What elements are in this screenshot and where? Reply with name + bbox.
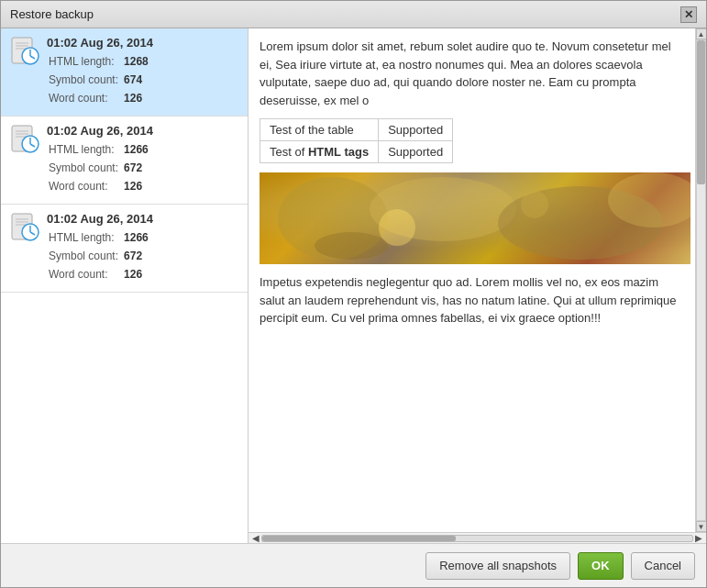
footer: Remove all snapshots OK Cancel: [1, 543, 706, 587]
restore-backup-dialog: Restore backup ✕ 01:02 Aug 26, 2014HTML …: [0, 0, 707, 588]
clock-icon: [10, 212, 39, 241]
meta-label: Symbol count:: [49, 248, 122, 264]
preview-paragraph2: Impetus expetendis neglegentur quo ad. L…: [260, 273, 684, 327]
snapshot-meta: HTML length:1268Symbol count:674Word cou…: [47, 51, 150, 108]
preview-paragraph1: Lorem ipsum dolor sit amet, rebum solet …: [260, 38, 684, 109]
svg-point-27: [315, 232, 388, 260]
meta-value: 1266: [124, 229, 149, 246]
snapshot-date: 01:02 Aug 26, 2014: [47, 212, 238, 226]
meta-value: 126: [124, 178, 149, 194]
table-cell-col1-html: Test of HTML tags: [260, 141, 379, 163]
table-cell-col2: Supported: [379, 119, 453, 141]
meta-label: Word count:: [49, 266, 122, 283]
svg-point-26: [521, 191, 548, 218]
preview-svg: [260, 172, 690, 264]
title-bar: Restore backup ✕: [1, 1, 706, 28]
meta-label: HTML length:: [49, 53, 122, 70]
h-scroll-track[interactable]: [261, 535, 693, 542]
snapshot-item[interactable]: 01:02 Aug 26, 2014HTML length:1266Symbol…: [1, 205, 248, 293]
scroll-right-arrow[interactable]: ▶: [693, 533, 704, 544]
meta-label: Symbol count:: [49, 72, 122, 88]
preview-image: [260, 172, 690, 264]
snapshot-item[interactable]: 01:02 Aug 26, 2014HTML length:1266Symbol…: [1, 116, 248, 205]
snapshot-info: 01:02 Aug 26, 2014HTML length:1266Symbol…: [47, 124, 238, 196]
vertical-scrollbar[interactable]: ▲ ▼: [695, 28, 706, 532]
meta-label: HTML length:: [49, 229, 122, 246]
ok-button[interactable]: OK: [578, 552, 624, 580]
snapshots-panel[interactable]: 01:02 Aug 26, 2014HTML length:1268Symbol…: [1, 28, 249, 543]
snapshot-item[interactable]: 01:02 Aug 26, 2014HTML length:1268Symbol…: [1, 28, 248, 116]
meta-value: 672: [124, 248, 149, 264]
meta-value: 126: [124, 90, 149, 106]
meta-label: Word count:: [49, 90, 122, 106]
v-scroll-thumb: [697, 40, 705, 184]
snapshot-info: 01:02 Aug 26, 2014HTML length:1266Symbol…: [47, 212, 238, 284]
meta-label: Word count:: [49, 178, 122, 194]
snapshot-date: 01:02 Aug 26, 2014: [47, 124, 238, 138]
cancel-button[interactable]: Cancel: [631, 552, 695, 580]
horizontal-scrollbar[interactable]: ◀ ▶: [249, 532, 706, 543]
scroll-down-arrow[interactable]: ▼: [696, 521, 707, 532]
clock-icon: [10, 36, 39, 65]
snapshot-info: 01:02 Aug 26, 2014HTML length:1268Symbol…: [47, 36, 238, 108]
meta-value: 1266: [124, 141, 149, 158]
close-button[interactable]: ✕: [680, 6, 697, 23]
snapshot-date: 01:02 Aug 26, 2014: [47, 36, 238, 50]
meta-label: Symbol count:: [49, 160, 122, 176]
table-cell-col1: Test of the table: [260, 119, 379, 141]
meta-value: 126: [124, 266, 149, 283]
table-cell-col2-html: Supported: [379, 141, 453, 163]
meta-value: 1268: [124, 53, 149, 70]
dialog-body: 01:02 Aug 26, 2014HTML length:1268Symbol…: [1, 28, 706, 543]
h-scroll-thumb: [262, 536, 456, 541]
scroll-up-arrow[interactable]: ▲: [696, 28, 707, 39]
v-scroll-track[interactable]: [696, 39, 706, 521]
snapshot-meta: HTML length:1266Symbol count:672Word cou…: [47, 227, 150, 284]
preview-panel: Lorem ipsum dolor sit amet, rebum solet …: [249, 28, 695, 532]
snapshot-meta: HTML length:1266Symbol count:672Word cou…: [47, 139, 150, 196]
scroll-left-arrow[interactable]: ◀: [250, 533, 261, 544]
meta-value: 672: [124, 160, 149, 176]
table-row: Test of HTML tags Supported: [260, 141, 453, 163]
meta-label: HTML length:: [49, 141, 122, 158]
clock-icon: [10, 124, 39, 153]
preview-table: Test of the table Supported Test of HTML…: [260, 118, 453, 163]
meta-value: 674: [124, 72, 149, 88]
remove-all-snapshots-button[interactable]: Remove all snapshots: [425, 552, 570, 580]
dialog-title: Restore backup: [10, 7, 94, 21]
table-row: Test of the table Supported: [260, 119, 453, 141]
